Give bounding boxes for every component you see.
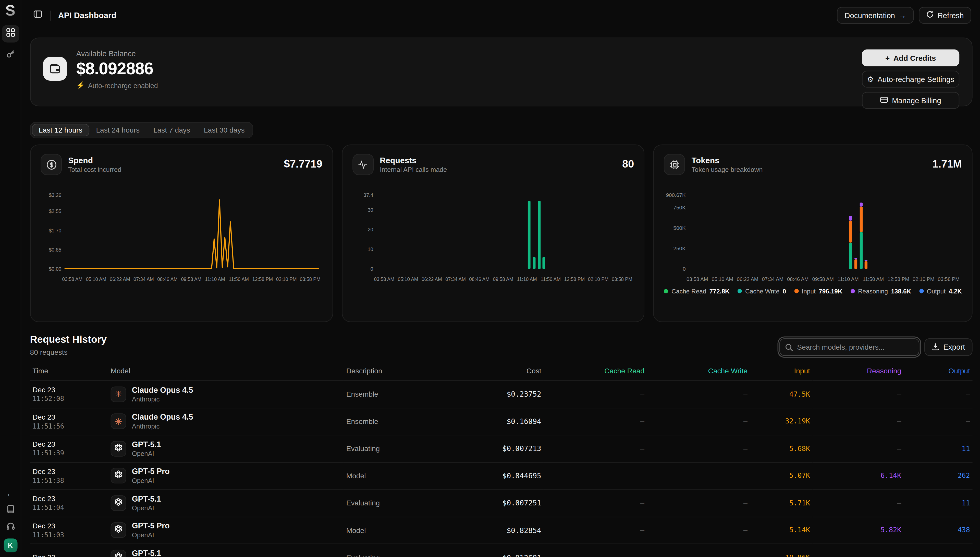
svg-text:$0.00: $0.00 [49, 266, 61, 272]
model-cell: GPT-5.1OpenAI [110, 440, 341, 457]
activity-icon [352, 154, 374, 175]
legend-value: 138.6K [891, 288, 911, 295]
openai-logo-icon [114, 552, 123, 557]
tab-last-12-hours[interactable]: Last 12 hours [32, 124, 89, 136]
tab-last-7-days[interactable]: Last 7 days [146, 124, 197, 136]
user-avatar[interactable]: K [3, 539, 17, 552]
plus-icon: + [885, 54, 890, 62]
documentation-button[interactable]: Documentation→ [837, 7, 914, 24]
legend-value: 796.19K [819, 288, 842, 295]
tab-last-24-hours[interactable]: Last 24 hours [89, 124, 146, 136]
cell-model: ✳Claude Opus 4.5Anthropic [108, 381, 344, 408]
svg-text:12:58 PM: 12:58 PM [564, 276, 585, 282]
svg-text:06:22 AM: 06:22 AM [110, 276, 130, 282]
model-logo [110, 441, 126, 456]
cell-reasoning: — [813, 408, 904, 435]
cpu-chip-icon [664, 154, 685, 175]
collapse-sidebar-icon[interactable]: ← [6, 489, 15, 498]
svg-text:05:10 AM: 05:10 AM [398, 276, 418, 282]
legend-dot [850, 289, 855, 293]
sidebar-item-api-keys[interactable] [2, 46, 19, 64]
model-name: Claude Opus 4.5 [132, 386, 193, 394]
cell-reasoning: — [813, 544, 904, 557]
row-timestamp: 11:52:08 [32, 395, 105, 402]
search-input[interactable] [780, 339, 920, 356]
auto-recharge-settings-button[interactable]: ⚙ Auto-recharge Settings [862, 71, 959, 88]
add-credits-button[interactable]: + Add Credits [862, 49, 959, 66]
cell-model: GPT-5 ProOpenAI [108, 462, 344, 490]
cell-reasoning: — [813, 489, 904, 517]
dollar-circle-icon [41, 154, 62, 175]
download-icon [932, 342, 939, 352]
model-name: GPT-5 Pro [132, 467, 170, 476]
table-row[interactable]: Dec 2311:51:56✳Claude Opus 4.5AnthropicE… [30, 408, 973, 435]
table-row[interactable]: Dec 2311:51:39GPT-5.1OpenAIEvaluating$0.… [30, 435, 973, 462]
sidebar-toggle-button[interactable] [30, 8, 45, 23]
cell-model: GPT-5 ProOpenAI [108, 517, 344, 544]
table-row[interactable]: Dec 2311:52:08✳Claude Opus 4.5AnthropicE… [30, 381, 973, 408]
svg-text:250K: 250K [674, 246, 686, 251]
export-button[interactable]: Export [925, 339, 973, 356]
row-date: Dec 23 [32, 522, 105, 529]
cell-input: 32.19K [750, 408, 813, 435]
cell-model: GPT-5.1OpenAI [108, 435, 344, 462]
sidebar-item-dashboard[interactable] [2, 25, 19, 42]
refresh-button[interactable]: Refresh [919, 7, 971, 24]
gear-icon: ⚙ [867, 75, 874, 83]
legend-label: Reasoning [858, 288, 888, 295]
column-header-input: Input [750, 363, 813, 381]
cell-time: Dec 23 [30, 544, 108, 557]
manage-billing-button[interactable]: Manage Billing [862, 92, 959, 109]
docs-device-icon[interactable] [6, 505, 15, 515]
cell-cost: $0.23752 [447, 381, 544, 408]
column-header-output: Output [904, 363, 972, 381]
table-row[interactable]: Dec 2311:51:38GPT-5 ProOpenAIModel$0.844… [30, 462, 973, 490]
tab-last-30-days[interactable]: Last 30 days [197, 124, 251, 136]
cell-input: 47.5K [750, 381, 813, 408]
cell-input: 5.07K [750, 462, 813, 490]
balance-amount: $8.092886 [76, 60, 158, 79]
legend-label: Input [802, 288, 815, 295]
legend-item: Cache Write0 [738, 288, 786, 295]
model-name: GPT-5.1 [132, 440, 161, 449]
tokens-title: Tokens [691, 156, 763, 165]
model-text: GPT-5 ProOpenAI [132, 467, 170, 484]
support-headphones-icon[interactable] [6, 521, 15, 531]
request-history-header: Request History 80 requests [30, 334, 973, 356]
tokens-legend: Cache Read772.8KCache Write0Input796.19K… [664, 288, 962, 295]
cell-time: Dec 2311:51:38 [30, 462, 108, 490]
cell-cost: $0.844695 [447, 462, 544, 490]
svg-text:02:10 PM: 02:10 PM [276, 276, 297, 282]
brand-logo[interactable]: S [2, 3, 19, 19]
table-row[interactable]: Dec 2311:51:03GPT-5 ProOpenAIModel$0.828… [30, 517, 973, 544]
row-date: Dec 23 [32, 441, 105, 448]
model-name: GPT-5.1 [132, 549, 161, 557]
cell-cache-write: — [647, 489, 750, 517]
table-row[interactable]: Dec 2311:51:04GPT-5.1OpenAIEvaluating$0.… [30, 489, 973, 517]
cell-cost: $0.16094 [447, 408, 544, 435]
auto-recharge-status: ⚡ Auto-recharge enabled [76, 81, 158, 90]
table-row[interactable]: Dec 23GPT-5.1OpenAIEvaluating$0.013681——… [30, 544, 973, 557]
svg-text:08:46 AM: 08:46 AM [469, 276, 490, 282]
svg-text:11:50 AM: 11:50 AM [229, 276, 249, 282]
model-provider: OpenAI [132, 477, 170, 484]
spend-title: Spend [68, 156, 122, 165]
model-provider: Anthropic [132, 395, 193, 402]
model-text: GPT-5.1OpenAI [132, 440, 161, 457]
main-area: API Dashboard Documentation→ Refresh [21, 0, 980, 557]
app-window: S ← [0, 0, 980, 557]
column-header-cache-read: Cache Read [544, 363, 647, 381]
model-name: Claude Opus 4.5 [132, 413, 193, 422]
credit-card-icon [880, 95, 888, 105]
svg-text:12:58 PM: 12:58 PM [252, 276, 273, 282]
svg-text:08:46 AM: 08:46 AM [157, 276, 178, 282]
cell-cost: $0.007251 [447, 489, 544, 517]
legend-label: Output [926, 288, 946, 295]
stat-cards: Spend Total cost incurred $7.7719 $3.26$… [30, 145, 973, 322]
svg-text:02:10 PM: 02:10 PM [913, 276, 935, 282]
cell-description: Model [344, 517, 447, 544]
cell-cost: $0.007213 [447, 435, 544, 462]
cell-reasoning: 6.14K [813, 462, 904, 490]
model-logo [110, 468, 126, 484]
model-cell: GPT-5.1OpenAI [110, 495, 341, 511]
